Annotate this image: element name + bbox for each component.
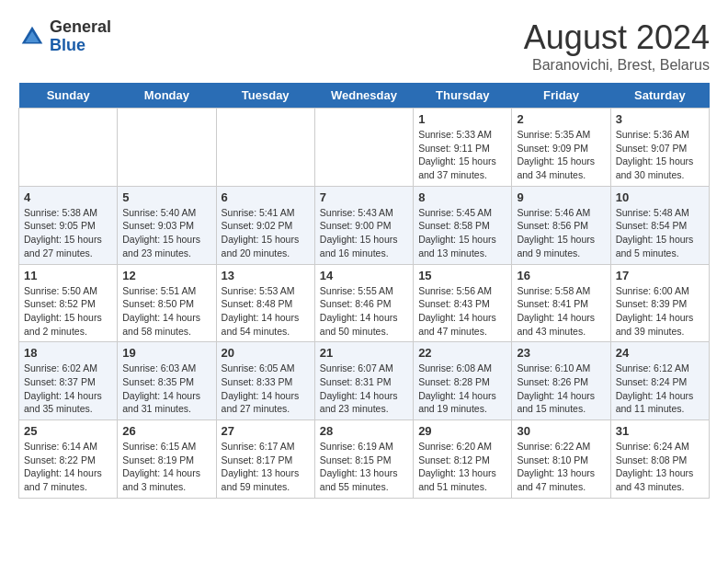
- calendar-cell: 26Sunrise: 6:15 AMSunset: 8:19 PMDayligh…: [118, 420, 216, 499]
- cell-info: Sunrise: 6:24 AMSunset: 8:08 PMDaylight:…: [616, 440, 704, 494]
- date-number: 14: [320, 269, 408, 282]
- logo-blue: Blue: [50, 36, 85, 54]
- calendar-cell: 4Sunrise: 5:38 AMSunset: 9:05 PMDaylight…: [19, 186, 118, 264]
- calendar-cell: 3Sunrise: 5:36 AMSunset: 9:07 PMDaylight…: [610, 109, 709, 187]
- calendar-cell: 16Sunrise: 5:58 AMSunset: 8:41 PMDayligh…: [512, 264, 610, 342]
- calendar-cell: 22Sunrise: 6:08 AMSunset: 8:28 PMDayligh…: [414, 342, 512, 420]
- calendar-cell: 23Sunrise: 6:10 AMSunset: 8:26 PMDayligh…: [512, 342, 610, 420]
- calendar-cell: 27Sunrise: 6:17 AMSunset: 8:17 PMDayligh…: [216, 420, 314, 499]
- day-header-saturday: Saturday: [610, 83, 709, 109]
- cell-info: Sunrise: 5:51 AMSunset: 8:50 PMDaylight:…: [122, 284, 210, 339]
- cell-info: Sunrise: 6:07 AMSunset: 8:31 PMDaylight:…: [320, 362, 408, 416]
- cell-info: Sunrise: 5:55 AMSunset: 8:46 PMDaylight:…: [320, 284, 408, 339]
- calendar-cell: 9Sunrise: 5:46 AMSunset: 8:56 PMDaylight…: [512, 186, 610, 264]
- calendar-cell: [118, 109, 216, 187]
- cell-info: Sunrise: 5:46 AMSunset: 8:56 PMDaylight:…: [517, 206, 605, 260]
- cell-info: Sunrise: 5:58 AMSunset: 8:41 PMDaylight:…: [517, 284, 605, 339]
- calendar-cell: 6Sunrise: 5:41 AMSunset: 9:02 PMDaylight…: [216, 186, 314, 264]
- date-number: 24: [616, 346, 704, 360]
- date-number: 26: [122, 424, 210, 438]
- logo: General Blue: [18, 18, 111, 55]
- date-number: 13: [222, 269, 310, 282]
- week-row-5: 25Sunrise: 6:14 AMSunset: 8:22 PMDayligh…: [19, 420, 710, 499]
- date-number: 31: [616, 424, 704, 438]
- day-header-thursday: Thursday: [414, 83, 512, 109]
- cell-info: Sunrise: 6:08 AMSunset: 8:28 PMDaylight:…: [418, 362, 506, 416]
- month-title: August 2024: [524, 18, 710, 57]
- calendar-cell: 10Sunrise: 5:48 AMSunset: 8:54 PMDayligh…: [610, 186, 709, 264]
- date-number: 11: [24, 269, 112, 282]
- calendar-cell: 21Sunrise: 6:07 AMSunset: 8:31 PMDayligh…: [314, 342, 413, 420]
- cell-info: Sunrise: 5:43 AMSunset: 9:00 PMDaylight:…: [320, 206, 408, 260]
- location-subtitle: Baranovichi, Brest, Belarus: [524, 57, 710, 74]
- date-number: 22: [418, 346, 506, 360]
- logo-icon: [18, 23, 46, 51]
- calendar-cell: 25Sunrise: 6:14 AMSunset: 8:22 PMDayligh…: [19, 420, 118, 499]
- calendar-cell: 8Sunrise: 5:45 AMSunset: 8:58 PMDaylight…: [414, 186, 512, 264]
- week-row-1: 1Sunrise: 5:33 AMSunset: 9:11 PMDaylight…: [19, 109, 710, 187]
- calendar-cell: [314, 109, 413, 187]
- calendar-cell: 11Sunrise: 5:50 AMSunset: 8:52 PMDayligh…: [19, 264, 118, 342]
- logo-text: General Blue: [50, 18, 111, 55]
- week-row-3: 11Sunrise: 5:50 AMSunset: 8:52 PMDayligh…: [19, 264, 710, 342]
- cell-info: Sunrise: 6:03 AMSunset: 8:35 PMDaylight:…: [122, 362, 210, 416]
- cell-info: Sunrise: 6:10 AMSunset: 8:26 PMDaylight:…: [517, 362, 605, 416]
- date-number: 15: [418, 269, 506, 282]
- date-number: 23: [517, 346, 605, 360]
- date-number: 9: [517, 190, 605, 204]
- date-number: 16: [517, 269, 605, 282]
- calendar-cell: 28Sunrise: 6:19 AMSunset: 8:15 PMDayligh…: [314, 420, 413, 499]
- cell-info: Sunrise: 5:40 AMSunset: 9:03 PMDaylight:…: [122, 206, 210, 260]
- date-number: 1: [418, 112, 506, 126]
- date-number: 27: [222, 424, 310, 438]
- date-number: 4: [24, 190, 112, 204]
- logo-general: General: [50, 17, 111, 36]
- calendar-cell: [19, 109, 118, 187]
- day-header-monday: Monday: [118, 83, 216, 109]
- calendar-cell: 5Sunrise: 5:40 AMSunset: 9:03 PMDaylight…: [118, 186, 216, 264]
- cell-info: Sunrise: 5:38 AMSunset: 9:05 PMDaylight:…: [24, 206, 112, 260]
- calendar-cell: 17Sunrise: 6:00 AMSunset: 8:39 PMDayligh…: [610, 264, 709, 342]
- cell-info: Sunrise: 6:14 AMSunset: 8:22 PMDaylight:…: [24, 440, 112, 494]
- calendar-cell: 29Sunrise: 6:20 AMSunset: 8:12 PMDayligh…: [414, 420, 512, 499]
- title-section: August 2024 Baranovichi, Brest, Belarus: [524, 18, 710, 74]
- date-number: 28: [320, 424, 408, 438]
- cell-info: Sunrise: 5:45 AMSunset: 8:58 PMDaylight:…: [418, 206, 506, 260]
- calendar-cell: 30Sunrise: 6:22 AMSunset: 8:10 PMDayligh…: [512, 420, 610, 499]
- cell-info: Sunrise: 6:19 AMSunset: 8:15 PMDaylight:…: [320, 440, 408, 494]
- cell-info: Sunrise: 5:48 AMSunset: 8:54 PMDaylight:…: [616, 206, 704, 260]
- cell-info: Sunrise: 6:12 AMSunset: 8:24 PMDaylight:…: [616, 362, 704, 416]
- day-headers-row: SundayMondayTuesdayWednesdayThursdayFrid…: [19, 83, 710, 109]
- calendar-cell: 15Sunrise: 5:56 AMSunset: 8:43 PMDayligh…: [414, 264, 512, 342]
- date-number: 21: [320, 346, 408, 360]
- cell-info: Sunrise: 5:35 AMSunset: 9:09 PMDaylight:…: [517, 128, 605, 182]
- date-number: 3: [616, 112, 704, 126]
- date-number: 12: [122, 269, 210, 282]
- cell-info: Sunrise: 5:56 AMSunset: 8:43 PMDaylight:…: [418, 284, 506, 339]
- calendar-cell: 18Sunrise: 6:02 AMSunset: 8:37 PMDayligh…: [19, 342, 118, 420]
- cell-info: Sunrise: 5:36 AMSunset: 9:07 PMDaylight:…: [616, 128, 704, 182]
- cell-info: Sunrise: 6:02 AMSunset: 8:37 PMDaylight:…: [24, 362, 112, 416]
- date-number: 7: [320, 190, 408, 204]
- cell-info: Sunrise: 6:00 AMSunset: 8:39 PMDaylight:…: [616, 284, 704, 339]
- cell-info: Sunrise: 6:22 AMSunset: 8:10 PMDaylight:…: [517, 440, 605, 494]
- week-row-2: 4Sunrise: 5:38 AMSunset: 9:05 PMDaylight…: [19, 186, 710, 264]
- calendar-cell: 31Sunrise: 6:24 AMSunset: 8:08 PMDayligh…: [610, 420, 709, 499]
- calendar-cell: 20Sunrise: 6:05 AMSunset: 8:33 PMDayligh…: [216, 342, 314, 420]
- calendar-cell: 7Sunrise: 5:43 AMSunset: 9:00 PMDaylight…: [314, 186, 413, 264]
- calendar-table: SundayMondayTuesdayWednesdayThursdayFrid…: [18, 83, 710, 499]
- date-number: 29: [418, 424, 506, 438]
- date-number: 17: [616, 269, 704, 282]
- day-header-sunday: Sunday: [19, 83, 118, 109]
- date-number: 2: [517, 112, 605, 126]
- cell-info: Sunrise: 6:17 AMSunset: 8:17 PMDaylight:…: [222, 440, 310, 494]
- page-header: General Blue August 2024 Baranovichi, Br…: [18, 18, 710, 74]
- cell-info: Sunrise: 6:15 AMSunset: 8:19 PMDaylight:…: [122, 440, 210, 494]
- calendar-cell: 19Sunrise: 6:03 AMSunset: 8:35 PMDayligh…: [118, 342, 216, 420]
- week-row-4: 18Sunrise: 6:02 AMSunset: 8:37 PMDayligh…: [19, 342, 710, 420]
- date-number: 19: [122, 346, 210, 360]
- date-number: 10: [616, 190, 704, 204]
- day-header-tuesday: Tuesday: [216, 83, 314, 109]
- cell-info: Sunrise: 5:33 AMSunset: 9:11 PMDaylight:…: [418, 128, 506, 182]
- calendar-cell: 1Sunrise: 5:33 AMSunset: 9:11 PMDaylight…: [414, 109, 512, 187]
